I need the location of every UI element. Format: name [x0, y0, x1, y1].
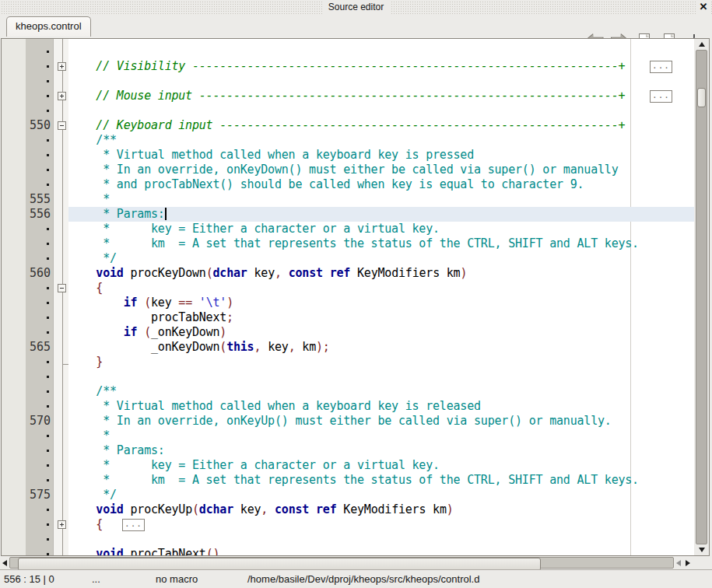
- code-line[interactable]: procTabNext;: [68, 310, 233, 325]
- line-number: [26, 429, 53, 443]
- folded-code-box[interactable]: ...: [122, 519, 145, 531]
- scroll-left-button[interactable]: [0, 556, 9, 569]
- scroll-left-button-secondary[interactable]: [674, 556, 683, 569]
- code-line[interactable]: * key = Either a character or a virtual …: [68, 458, 440, 473]
- fold-end-tick: [62, 364, 68, 365]
- scroll-right-button[interactable]: [683, 556, 693, 569]
- window-close-button[interactable]: ✕: [697, 0, 710, 14]
- line-number: [26, 148, 53, 163]
- code-line[interactable]: void procKeyUp(dchar key, const ref KeyM…: [68, 502, 454, 517]
- macro-status: no macro: [156, 570, 198, 588]
- code-line[interactable]: *: [68, 429, 110, 443]
- code-line[interactable]: */: [68, 251, 117, 266]
- line-number: [26, 502, 53, 517]
- line-number: [26, 89, 53, 103]
- line-number: [26, 296, 53, 310]
- tab-kheops-control[interactable]: kheops.control: [6, 16, 91, 37]
- line-number: [26, 325, 53, 340]
- code-line[interactable]: */: [68, 488, 117, 502]
- line-number: [26, 177, 53, 192]
- arrow-up-icon: [699, 42, 705, 47]
- horizontal-scroll-track[interactable]: [9, 557, 674, 569]
- code-line[interactable]: void procTabNext(): [68, 547, 219, 555]
- line-number: [26, 222, 53, 236]
- code-line[interactable]: * Params:: [68, 443, 165, 458]
- code-line[interactable]: if (key == '\t'): [68, 296, 233, 310]
- line-number: [26, 281, 53, 296]
- text-area[interactable]: // Visibility --------------------------…: [68, 39, 694, 555]
- line-number: [26, 443, 53, 458]
- fold-expand-marker[interactable]: [58, 92, 66, 100]
- line-number: 555: [26, 192, 53, 207]
- folded-code-box[interactable]: ...: [650, 90, 672, 103]
- line-number: [26, 458, 53, 473]
- tab-label: kheops.control: [16, 20, 82, 32]
- code-line[interactable]: // Visibility --------------------------…: [68, 59, 625, 74]
- code-line[interactable]: {: [68, 517, 103, 532]
- code-line[interactable]: }: [68, 355, 103, 369]
- line-number: [26, 44, 53, 59]
- window-titlebar[interactable]: Source editor ✕: [0, 0, 712, 14]
- code-line[interactable]: // Mouse input -------------------------…: [68, 89, 625, 103]
- line-number: [26, 532, 53, 547]
- status-bar: 556 : 15 | 0 ... no macro /home/basile/D…: [0, 569, 712, 588]
- code-line[interactable]: * km = A set that represents the status …: [68, 236, 639, 251]
- vertical-scrollbar[interactable]: [694, 39, 709, 555]
- code-line[interactable]: * Virtual method called when a keyboard …: [68, 148, 474, 163]
- code-line[interactable]: * In an override, onKeyUp() must either …: [68, 414, 612, 429]
- code-line[interactable]: /**: [68, 384, 117, 399]
- code-line[interactable]: * Params:: [68, 207, 165, 222]
- editor-frame: 550555556560565570575 // Visibility ----…: [1, 38, 710, 556]
- code-line[interactable]: /**: [68, 133, 117, 148]
- code-line[interactable]: *: [68, 192, 110, 207]
- fold-tree-line: [62, 39, 63, 555]
- line-number: [26, 473, 53, 488]
- code-line[interactable]: * km = A set that represents the status …: [68, 473, 639, 488]
- scroll-up-button[interactable]: [694, 39, 709, 50]
- scroll-down-button[interactable]: [694, 544, 709, 555]
- line-number: [26, 517, 53, 532]
- line-number: [26, 163, 53, 177]
- tab-bar: kheops.control: [0, 14, 712, 38]
- folded-code-box[interactable]: ...: [650, 61, 672, 73]
- code-line[interactable]: // Keyboard input ----------------------…: [68, 118, 625, 133]
- line-number: [26, 384, 53, 399]
- code-line[interactable]: * Virtual method called when a keyboard …: [68, 399, 481, 414]
- code-line[interactable]: * and procTabNext() should be called whe…: [68, 177, 584, 192]
- code-line[interactable]: _onKeyDown(this, key, km);: [68, 340, 330, 355]
- line-number: [26, 103, 53, 118]
- text-caret: [165, 208, 167, 220]
- line-number: 575: [26, 488, 53, 502]
- gutter-strip: [2, 39, 26, 555]
- line-number: [26, 355, 53, 369]
- line-number: [26, 74, 53, 89]
- code-line[interactable]: {: [68, 281, 103, 296]
- code-line[interactable]: * In an override, onKeyDown() must eithe…: [68, 163, 618, 177]
- arrow-left-small-icon: [676, 560, 681, 566]
- vertical-scroll-track[interactable]: [696, 50, 707, 544]
- arrow-left-small-icon: [2, 560, 7, 566]
- window-title: Source editor: [322, 0, 390, 14]
- line-number: [26, 59, 53, 74]
- line-number: 570: [26, 414, 53, 429]
- arrow-down-icon: [699, 548, 705, 552]
- fold-expand-marker[interactable]: [58, 520, 66, 529]
- line-number-gutter: 550555556560565570575: [26, 39, 53, 555]
- file-path-status: /home/basile/Dev/dproj/kheops/src/kheops…: [247, 570, 479, 588]
- line-number: [26, 236, 53, 251]
- code-line[interactable]: * key = Either a character or a virtual …: [68, 222, 440, 236]
- source-editor-window: { "window": { "title": "Source editor", …: [0, 0, 712, 588]
- fold-expand-marker[interactable]: [58, 62, 66, 71]
- vertical-scroll-thumb[interactable]: [697, 88, 706, 107]
- horizontal-scrollbar[interactable]: [0, 556, 693, 569]
- fold-collapse-marker[interactable]: [58, 284, 66, 292]
- arrow-right-small-icon: [686, 560, 690, 566]
- code-line[interactable]: void procKeyDown(dchar key, const ref Ke…: [68, 266, 467, 281]
- line-number: [26, 399, 53, 414]
- caret-position-status: 556 : 15 | 0: [4, 570, 54, 588]
- scrollbar-corner: [693, 556, 712, 569]
- fold-gutter[interactable]: [53, 39, 68, 555]
- line-number: [26, 547, 53, 555]
- fold-collapse-marker[interactable]: [58, 121, 66, 130]
- code-line[interactable]: if (_onKeyDown): [68, 325, 226, 340]
